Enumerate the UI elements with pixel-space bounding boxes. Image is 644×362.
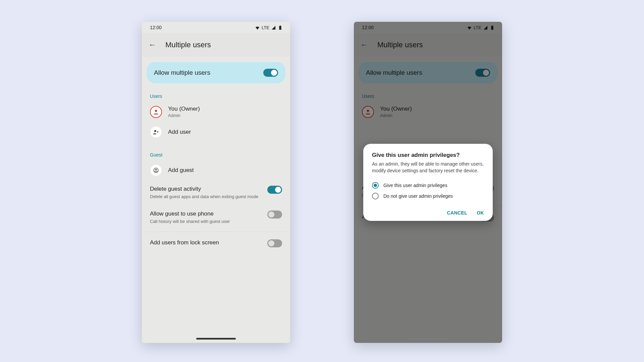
- add-user-icon: [150, 126, 162, 138]
- owner-name: You (Owner): [168, 106, 200, 112]
- status-icons: LTE: [255, 25, 283, 30]
- hero-label: Allow multiple users: [154, 69, 210, 76]
- toggle-switch[interactable]: [267, 239, 282, 247]
- owner-row[interactable]: You (Owner) Admin: [147, 102, 285, 122]
- allow-guest-phone-row[interactable]: Allow guest to use phone Call history wi…: [147, 205, 285, 230]
- radio-label: Give this user admin privileges: [383, 183, 447, 188]
- add-guest-label: Add guest: [168, 167, 194, 174]
- battery-icon: [278, 25, 283, 30]
- radio-label: Do not give user admin privileges: [383, 193, 453, 199]
- network-label: LTE: [262, 25, 269, 30]
- guest-icon: [150, 164, 162, 176]
- svg-point-3: [155, 169, 157, 171]
- clock: 12:00: [150, 25, 162, 30]
- wifi-icon: [255, 25, 260, 30]
- toggle-switch[interactable]: [267, 186, 282, 194]
- add-user-label: Add user: [168, 129, 191, 135]
- owner-role: Admin: [168, 113, 200, 118]
- users-section-label: Users: [150, 94, 282, 99]
- phone-left: 12:00 LTE ← Multiple users Allow multipl…: [142, 22, 290, 343]
- setting-sub: Delete all guest apps and data when exit…: [150, 194, 261, 200]
- dialog-scrim[interactable]: Give this user admin privileges? As an a…: [354, 22, 502, 343]
- content: Allow multiple users Users You (Owner) A…: [142, 57, 290, 343]
- dialog-actions: CANCEL OK: [372, 210, 484, 216]
- phone-right: 12:00 LTE ← Multiple users Allow multipl…: [354, 22, 502, 343]
- cancel-button[interactable]: CANCEL: [447, 210, 467, 216]
- radio-deny-admin[interactable]: Do not give user admin privileges: [372, 191, 484, 201]
- radio-give-admin[interactable]: Give this user admin privileges: [372, 180, 484, 191]
- divider: [142, 232, 290, 232]
- setting-title: Add users from lock screen: [150, 239, 261, 246]
- guest-section-label: Guest: [150, 152, 282, 158]
- page-title: Multiple users: [165, 41, 211, 49]
- person-icon: [150, 106, 162, 118]
- setting-title: Delete guest activity: [150, 186, 261, 192]
- toggle-switch[interactable]: [267, 210, 282, 219]
- setting-sub: Call history will be shared with guest u…: [150, 219, 261, 225]
- dialog-title: Give this user admin privileges?: [372, 152, 484, 159]
- ok-button[interactable]: OK: [477, 210, 484, 216]
- admin-privileges-dialog: Give this user admin privileges? As an a…: [363, 144, 493, 221]
- setting-title: Allow guest to use phone: [150, 210, 261, 217]
- delete-guest-activity-row[interactable]: Delete guest activity Delete all guest a…: [147, 180, 285, 205]
- status-bar: 12:00 LTE: [142, 22, 290, 33]
- signal-icon: [271, 25, 276, 30]
- back-icon[interactable]: ←: [149, 41, 156, 49]
- allow-multiple-users-toggle[interactable]: Allow multiple users: [147, 62, 285, 83]
- svg-point-0: [155, 110, 157, 112]
- add-guest-row[interactable]: Add guest: [147, 160, 285, 180]
- app-bar: ← Multiple users: [142, 33, 290, 57]
- gesture-bar[interactable]: [196, 338, 236, 340]
- add-user-row[interactable]: Add user: [147, 122, 285, 142]
- dialog-body: As an admin, they will be able to manage…: [372, 161, 484, 174]
- svg-point-1: [154, 130, 156, 132]
- add-from-lockscreen-row[interactable]: Add users from lock screen: [147, 234, 285, 253]
- toggle-switch[interactable]: [263, 69, 278, 77]
- radio-icon[interactable]: [372, 182, 379, 189]
- radio-icon[interactable]: [372, 193, 379, 199]
